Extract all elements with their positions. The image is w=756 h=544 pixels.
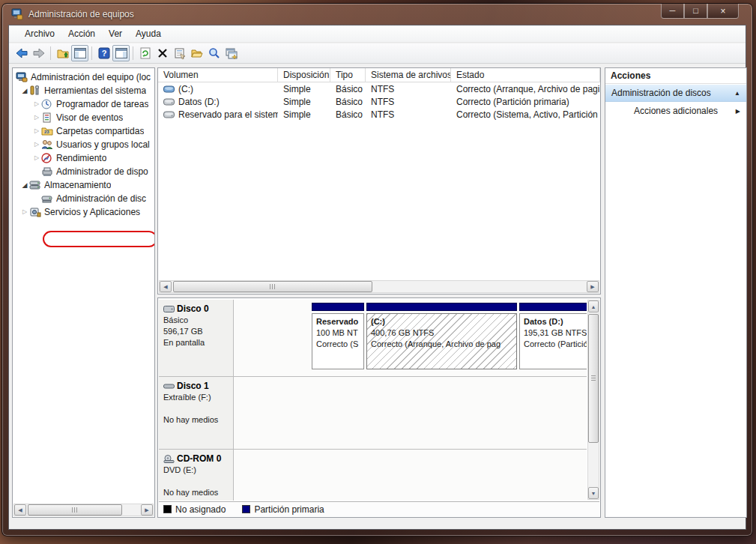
volume-row-c[interactable]: (C:) Simple Básico NTFS Correcto (Arranq… <box>158 82 600 95</box>
menu-accion[interactable]: Acción <box>61 26 102 41</box>
partition-size: 195,31 GB NTFS <box>524 327 587 339</box>
properties-button[interactable] <box>171 45 188 61</box>
scrollbar-thumb[interactable] <box>588 314 599 443</box>
partition-size: 400,76 GB NTFS <box>371 327 515 339</box>
storage-icon <box>29 180 41 190</box>
local-users-icon <box>41 139 53 150</box>
up-one-level-button[interactable] <box>54 45 71 61</box>
volume-name: (C:) <box>178 84 193 94</box>
scroll-right-icon[interactable]: ▶ <box>141 504 153 516</box>
volume-fs: NTFS <box>366 109 451 120</box>
scroll-right-icon[interactable]: ▶ <box>587 281 599 292</box>
performance-icon <box>41 153 53 163</box>
expander-icon[interactable]: ▷ <box>32 141 41 148</box>
volume-row-datos[interactable]: Datos (D:) Simple Básico NTFS Correcto (… <box>158 95 600 108</box>
column-header-sistema[interactable]: Sistema de archivos <box>366 68 451 82</box>
scroll-left-icon[interactable]: ◀ <box>160 281 172 292</box>
disk-label-cdrom0[interactable]: CD-ROM 0 DVD (E:) No hay medios <box>159 450 234 501</box>
refresh-button[interactable] <box>136 45 154 61</box>
volume-type: Básico <box>330 109 366 120</box>
delete-button[interactable] <box>154 45 171 61</box>
column-header-tipo[interactable]: Tipo <box>330 68 366 82</box>
scroll-up-icon[interactable]: ▲ <box>588 300 599 312</box>
disk-label-disco0[interactable]: Disco 0 Básico 596,17 GB En pantalla <box>159 300 234 376</box>
maximize-button[interactable]: □ <box>684 4 707 19</box>
volume-list-horizontal-scrollbar[interactable]: ◀ ▶ <box>159 280 599 293</box>
actions-group-disk-management[interactable]: Administración de discos ▲ <box>605 84 746 102</box>
minimize-button[interactable]: ─ <box>661 4 684 19</box>
menu-archivo[interactable]: Archivo <box>18 26 61 41</box>
partition-status: Correcto (Arranque, Archivo de pag <box>371 339 515 350</box>
volume-row-reservado[interactable]: Reservado para el sistema Simple Básico … <box>158 108 600 121</box>
disk-status: En pantalla <box>163 337 230 348</box>
computer-icon <box>16 72 28 82</box>
partition-reservado[interactable]: Reservado 100 MB NT Correcto (S <box>312 303 364 369</box>
expander-icon[interactable]: ▷ <box>32 127 41 134</box>
expander-icon[interactable]: ◢ <box>20 87 29 94</box>
properties-icon <box>174 47 186 59</box>
expander-icon[interactable]: ▷ <box>32 114 41 121</box>
tree-item-system-tools[interactable]: ◢ Herramientas del sistema <box>13 83 154 97</box>
cd-rom-icon <box>163 455 175 463</box>
tree-item-task-scheduler[interactable]: ▷ Programador de tareas <box>13 97 154 110</box>
volume-status: Correcto (Sistema, Activo, Partición p <box>451 109 600 120</box>
hard-disk-icon <box>163 306 175 312</box>
help-button[interactable]: ? <box>95 45 112 61</box>
console-options-button[interactable] <box>223 45 240 61</box>
tree-item-disk-management[interactable]: Administración de disc <box>13 191 154 205</box>
tree-item-computer-management-root[interactable]: Administración del equipo (loc <box>13 70 154 83</box>
tree-item-local-users-groups[interactable]: ▷ Usuarios y grupos local <box>13 137 154 151</box>
tree-horizontal-scrollbar[interactable]: ◀ ▶ <box>13 504 154 516</box>
expander-icon[interactable]: ▷ <box>32 154 41 161</box>
volume-list-header: Volumen Disposición Tipo Sistema de arch… <box>158 68 600 82</box>
tree-item-services-applications[interactable]: ▷ Servicios y Aplicaciones <box>13 205 154 218</box>
tree-item-performance[interactable]: ▷ Rendimiento <box>13 151 154 164</box>
tree-item-storage[interactable]: ◢ Almacenamiento <box>13 178 154 191</box>
close-button[interactable]: × <box>707 4 739 19</box>
submenu-arrow-icon: ▶ <box>736 108 740 115</box>
tree-item-shared-folders[interactable]: ▷ 23 Carpetas compartidas <box>13 124 154 137</box>
show-action-pane-button[interactable] <box>112 45 130 61</box>
expander-icon[interactable]: ▷ <box>20 208 29 215</box>
collapse-arrow-icon[interactable]: ▲ <box>734 90 740 97</box>
disk-graphical-panel: Disco 0 Básico 596,17 GB En pantalla Res… <box>157 297 601 518</box>
svg-text:?: ? <box>101 49 106 58</box>
volume-layout: Simple <box>278 109 330 120</box>
partition-c-selected[interactable]: (C:) 400,76 GB NTFS Correcto (Arranque, … <box>366 303 517 369</box>
expander-icon[interactable]: ◢ <box>20 181 29 189</box>
disk-label-disco1[interactable]: Disco 1 Extraíble (F:) No hay medios <box>159 377 234 449</box>
volume-list-panel: Volumen Disposición Tipo Sistema de arch… <box>157 67 601 294</box>
expander-icon[interactable]: ▷ <box>32 100 41 107</box>
tree-item-device-manager[interactable]: Administrador de dispo <box>13 164 154 178</box>
scroll-left-icon[interactable]: ◀ <box>14 504 26 516</box>
disk-view-vertical-scrollbar[interactable]: ▲ ▼ <box>587 300 599 500</box>
tree-item-label: Almacenamiento <box>44 180 111 190</box>
tree-item-label: Programador de tareas <box>56 99 148 109</box>
partition-datos[interactable]: Datos (D:) 195,31 GB NTFS Correcto (Part… <box>519 303 587 369</box>
forward-button[interactable] <box>30 45 47 61</box>
scrollbar-thumb[interactable] <box>173 281 372 292</box>
menu-ver[interactable]: Ver <box>102 26 129 41</box>
show-console-tree-button[interactable] <box>71 45 88 61</box>
zoom-button[interactable] <box>205 45 223 61</box>
column-header-disposicion[interactable]: Disposición <box>278 68 330 82</box>
help-icon: ? <box>98 47 110 59</box>
menu-ayuda[interactable]: Ayuda <box>129 26 168 41</box>
titlebar[interactable]: Administración de equipos ─ □ × <box>2 4 752 25</box>
legend-label: Partición primaria <box>254 504 324 515</box>
volume-icon <box>163 111 175 118</box>
disk-area-disco1[interactable] <box>234 377 587 449</box>
back-button[interactable] <box>13 45 30 61</box>
disk-area-cdrom0[interactable] <box>234 450 587 501</box>
scroll-down-icon[interactable]: ▼ <box>588 487 599 499</box>
scrollbar-thumb[interactable] <box>28 504 122 516</box>
partition-title: Datos (D:) <box>524 316 587 327</box>
column-header-volumen[interactable]: Volumen <box>158 68 278 82</box>
open-button[interactable] <box>188 45 205 61</box>
partition-size: 100 MB NT <box>316 327 363 339</box>
column-header-estado[interactable]: Estado <box>451 68 600 82</box>
volume-icon <box>163 98 175 106</box>
device-manager-icon <box>41 166 53 177</box>
actions-item-additional[interactable]: Acciones adicionales ▶ <box>605 102 746 120</box>
tree-item-event-viewer[interactable]: ▷ Visor de eventos <box>13 110 154 124</box>
